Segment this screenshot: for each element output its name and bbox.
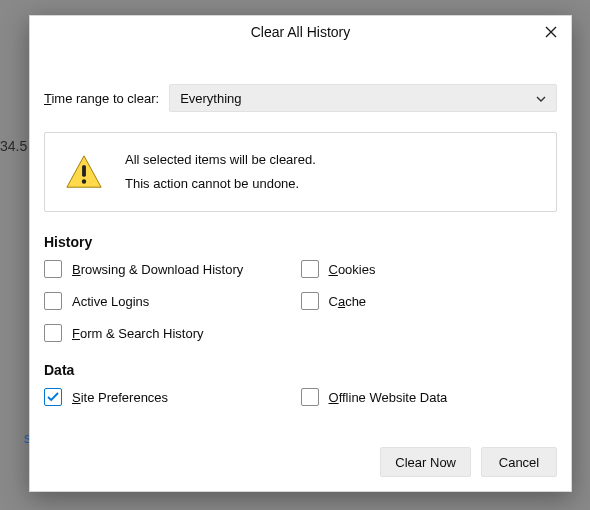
dialog-titlebar: Clear All History bbox=[30, 16, 571, 48]
svg-point-1 bbox=[82, 180, 86, 184]
checkbox-label: Active Logins bbox=[72, 294, 149, 309]
checkbox-cookies[interactable] bbox=[301, 260, 319, 278]
section-history-title: History bbox=[44, 234, 557, 250]
section-data-title: Data bbox=[44, 362, 557, 378]
chevron-down-icon bbox=[536, 92, 546, 104]
clear-now-button[interactable]: Clear Now bbox=[380, 447, 471, 477]
checkbox-browsing[interactable] bbox=[44, 260, 62, 278]
checkbox-label: Site Preferences bbox=[72, 390, 168, 405]
checkbox-row-offline[interactable]: Offline Website Data bbox=[301, 388, 558, 406]
checkbox-offline[interactable] bbox=[301, 388, 319, 406]
close-button[interactable] bbox=[531, 16, 571, 48]
checkbox-label: Form & Search History bbox=[72, 326, 204, 341]
checkbox-label: Browsing & Download History bbox=[72, 262, 243, 277]
svg-rect-0 bbox=[82, 166, 86, 177]
cancel-button[interactable]: Cancel bbox=[481, 447, 557, 477]
warning-text: All selected items will be cleared. This… bbox=[125, 151, 316, 193]
warning-alert: All selected items will be cleared. This… bbox=[44, 132, 557, 212]
time-range-select[interactable]: Everything bbox=[169, 84, 557, 112]
checkbox-forms[interactable] bbox=[44, 324, 62, 342]
checkbox-label: Cache bbox=[329, 294, 367, 309]
checkbox-cache[interactable] bbox=[301, 292, 319, 310]
checkbox-siteprefs[interactable] bbox=[44, 388, 62, 406]
checkbox-label: Offline Website Data bbox=[329, 390, 448, 405]
checkbox-row-cache[interactable]: Cache bbox=[301, 292, 558, 310]
time-range-value: Everything bbox=[180, 91, 241, 106]
checkbox-label: Cookies bbox=[329, 262, 376, 277]
checkbox-logins[interactable] bbox=[44, 292, 62, 310]
warning-icon bbox=[65, 153, 103, 191]
dialog-title: Clear All History bbox=[251, 24, 351, 40]
checkbox-row-cookies[interactable]: Cookies bbox=[301, 260, 558, 278]
checkbox-row-siteprefs[interactable]: Site Preferences bbox=[44, 388, 301, 406]
background-content: 34.5 s bbox=[0, 130, 31, 454]
checkbox-row-forms[interactable]: Form & Search History bbox=[44, 324, 301, 342]
time-range-label: Time range to clear: bbox=[44, 91, 159, 106]
checkbox-row-browsing[interactable]: Browsing & Download History bbox=[44, 260, 301, 278]
checkbox-row-logins[interactable]: Active Logins bbox=[44, 292, 301, 310]
close-icon bbox=[545, 26, 557, 38]
clear-history-dialog: Clear All History Time range to clear: E… bbox=[29, 15, 572, 492]
